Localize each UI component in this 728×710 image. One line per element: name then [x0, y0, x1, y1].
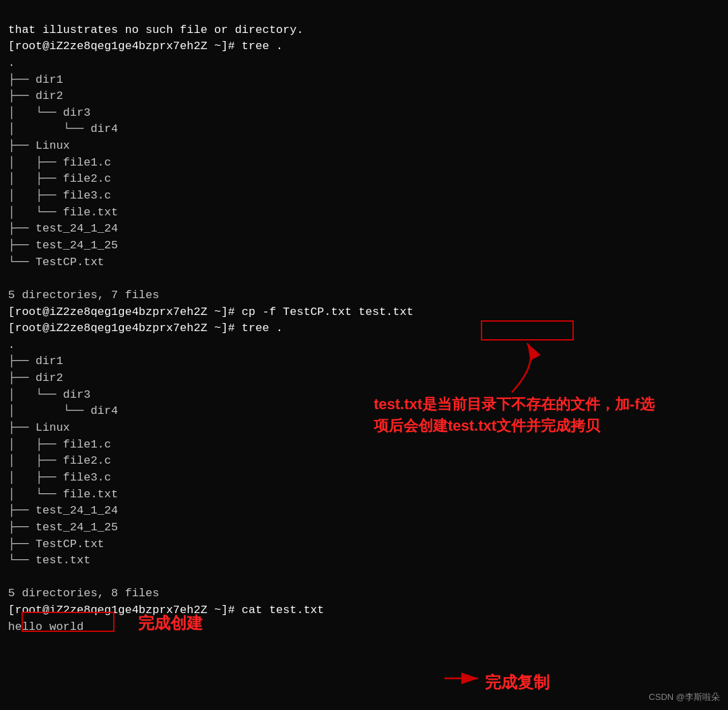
tree1-file2c: │ ├── file2.c	[8, 172, 111, 185]
tree2-test24125: ├── test_24_1_25	[8, 521, 118, 534]
line-top-desc: that illustrates no such file or directo…	[8, 24, 304, 36]
line-cp-cmd: [root@iZ2ze8qeg1ge4bzprx7eh2Z ~]# cp -f …	[8, 306, 413, 318]
tree2-dir4: │ └── dir4	[8, 404, 118, 417]
line-prompt-2: [root@iZ2ze8qeg1ge4bzprx7eh2Z ~]# tree .	[8, 322, 283, 334]
line-summary-2: 5 directories, 8 files	[8, 587, 159, 600]
tree1-file3c: │ ├── file3.c	[8, 189, 111, 202]
label-created: 完成创建	[138, 612, 203, 634]
tree1-test24125: ├── test_24_1_25	[8, 239, 118, 252]
tree1-linux: ├── Linux	[8, 139, 70, 152]
tree1-filetxt: │ └── file.txt	[8, 206, 118, 219]
tree1-dir1: ├── dir1	[8, 73, 63, 86]
line-prompt-1: [root@iZ2ze8qeg1ge4bzprx7eh2Z ~]# tree .	[8, 40, 283, 52]
annotation-text: test.txt是当前目录下不存在的文件，加-f选项后会创建test.txt文件…	[374, 394, 663, 437]
tree2-testtxt: └── test.txt	[8, 554, 90, 567]
tree2-file2c: │ ├── file2.c	[8, 454, 111, 467]
tree2-dir2: ├── dir2	[8, 371, 63, 384]
watermark: CSDN @李斯啦朵	[649, 691, 720, 703]
tree2-test24124: ├── test_24_1_24	[8, 504, 118, 517]
tree1-test24124: ├── test_24_1_24	[8, 222, 118, 235]
tree1-testcptxt: └── TestCP.txt	[8, 256, 104, 269]
tree2-file1c: │ ├── file1.c	[8, 438, 111, 451]
highlight-box-cmd-testtxt	[481, 320, 574, 341]
tree1-dir3: │ └── dir3	[8, 106, 90, 119]
tree2-testcptxt: ├── TestCP.txt	[8, 538, 104, 551]
highlight-box-tree-testtxt	[22, 612, 114, 632]
tree2-dir3: │ └── dir3	[8, 388, 90, 401]
tree1-dir2: ├── dir2	[8, 90, 63, 102]
tree2-file3c: │ ├── file3.c	[8, 471, 111, 484]
line-dot-1: .	[8, 57, 15, 69]
tree1-file1c: │ ├── file1.c	[8, 156, 111, 169]
line-summary-1: 5 directories, 7 files	[8, 289, 159, 301]
tree2-linux: ├── Linux	[8, 421, 70, 434]
label-copied: 完成复制	[485, 672, 550, 693]
line-dot-2: .	[8, 339, 15, 351]
tree2-filetxt: │ └── file.txt	[8, 488, 118, 501]
terminal-output: that illustrates no such file or directo…	[0, 0, 728, 641]
tree2-dir1: ├── dir1	[8, 355, 63, 367]
tree1-dir4: │ └── dir4	[8, 122, 118, 135]
